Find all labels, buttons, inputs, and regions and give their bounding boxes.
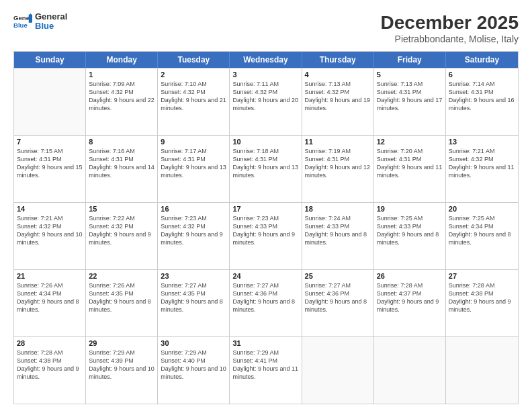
calendar-day-cell: 26Sunrise: 7:28 AMSunset: 4:37 PMDayligh… (374, 270, 446, 336)
calendar-day-cell (374, 337, 446, 404)
day-number: 13 (449, 138, 515, 146)
day-info: Sunrise: 7:28 AMSunset: 4:38 PMDaylight:… (449, 281, 515, 314)
calendar-day-cell: 21Sunrise: 7:26 AMSunset: 4:34 PMDayligh… (14, 270, 86, 336)
logo-text: General Blue (35, 12, 67, 32)
logo: General Blue General Blue (13, 12, 67, 32)
calendar-day-cell: 16Sunrise: 7:23 AMSunset: 4:32 PMDayligh… (158, 203, 230, 269)
day-number: 3 (232, 71, 298, 79)
calendar-day-cell: 19Sunrise: 7:25 AMSunset: 4:33 PMDayligh… (374, 203, 446, 269)
day-info: Sunrise: 7:26 AMSunset: 4:35 PMDaylight:… (89, 281, 154, 314)
day-number: 29 (89, 339, 154, 347)
calendar-day-cell (446, 337, 518, 404)
day-number: 25 (305, 272, 371, 280)
calendar-day-cell: 10Sunrise: 7:18 AMSunset: 4:31 PMDayligh… (230, 136, 302, 202)
calendar-day-cell: 17Sunrise: 7:23 AMSunset: 4:33 PMDayligh… (230, 203, 302, 269)
calendar-day-cell: 7Sunrise: 7:15 AMSunset: 4:31 PMDaylight… (14, 136, 86, 202)
day-info: Sunrise: 7:21 AMSunset: 4:32 PMDaylight:… (17, 214, 83, 247)
calendar-week-row: 7Sunrise: 7:15 AMSunset: 4:31 PMDaylight… (14, 135, 518, 202)
day-info: Sunrise: 7:10 AMSunset: 4:32 PMDaylight:… (161, 80, 226, 113)
logo-blue-text: Blue (35, 21, 67, 31)
calendar-day-header: Saturday (446, 52, 518, 68)
day-info: Sunrise: 7:23 AMSunset: 4:33 PMDaylight:… (232, 214, 298, 247)
calendar-day-cell: 20Sunrise: 7:25 AMSunset: 4:34 PMDayligh… (446, 203, 518, 269)
calendar-day-cell: 28Sunrise: 7:28 AMSunset: 4:38 PMDayligh… (14, 337, 86, 404)
day-number: 4 (305, 71, 371, 79)
calendar-day-cell: 6Sunrise: 7:14 AMSunset: 4:31 PMDaylight… (446, 68, 518, 135)
day-number: 28 (17, 339, 83, 347)
calendar-day-cell (302, 337, 374, 404)
calendar-day-cell: 27Sunrise: 7:28 AMSunset: 4:38 PMDayligh… (446, 270, 518, 336)
day-info: Sunrise: 7:25 AMSunset: 4:33 PMDaylight:… (377, 214, 443, 247)
day-info: Sunrise: 7:27 AMSunset: 4:35 PMDaylight:… (161, 281, 226, 314)
day-info: Sunrise: 7:28 AMSunset: 4:38 PMDaylight:… (17, 349, 83, 381)
calendar-day-cell: 15Sunrise: 7:22 AMSunset: 4:32 PMDayligh… (86, 203, 158, 269)
day-info: Sunrise: 7:27 AMSunset: 4:36 PMDaylight:… (232, 281, 298, 314)
calendar-week-row: 21Sunrise: 7:26 AMSunset: 4:34 PMDayligh… (14, 269, 518, 336)
day-number: 15 (89, 205, 154, 213)
calendar-week-row: 28Sunrise: 7:28 AMSunset: 4:38 PMDayligh… (14, 336, 518, 404)
day-info: Sunrise: 7:29 AMSunset: 4:40 PMDaylight:… (161, 349, 226, 381)
calendar-day-cell: 23Sunrise: 7:27 AMSunset: 4:35 PMDayligh… (158, 270, 230, 336)
day-info: Sunrise: 7:29 AMSunset: 4:41 PMDaylight:… (232, 349, 298, 381)
day-info: Sunrise: 7:25 AMSunset: 4:34 PMDaylight:… (449, 214, 515, 247)
day-info: Sunrise: 7:26 AMSunset: 4:34 PMDaylight:… (17, 281, 83, 314)
day-info: Sunrise: 7:28 AMSunset: 4:37 PMDaylight:… (377, 281, 443, 314)
day-number: 9 (161, 138, 226, 146)
calendar-day-cell: 14Sunrise: 7:21 AMSunset: 4:32 PMDayligh… (14, 203, 86, 269)
header: General Blue General Blue December 2025 … (13, 12, 519, 44)
calendar-day-cell: 4Sunrise: 7:13 AMSunset: 4:32 PMDaylight… (302, 68, 374, 135)
calendar-day-cell: 2Sunrise: 7:10 AMSunset: 4:32 PMDaylight… (158, 68, 230, 135)
day-number: 6 (449, 71, 515, 79)
calendar-week-row: 14Sunrise: 7:21 AMSunset: 4:32 PMDayligh… (14, 202, 518, 269)
day-info: Sunrise: 7:21 AMSunset: 4:32 PMDaylight:… (449, 147, 515, 180)
day-info: Sunrise: 7:27 AMSunset: 4:36 PMDaylight:… (305, 281, 371, 314)
calendar-day-cell: 12Sunrise: 7:20 AMSunset: 4:31 PMDayligh… (374, 136, 446, 202)
day-info: Sunrise: 7:23 AMSunset: 4:32 PMDaylight:… (161, 214, 226, 247)
day-number: 31 (232, 339, 298, 347)
day-info: Sunrise: 7:16 AMSunset: 4:31 PMDaylight:… (89, 147, 154, 180)
day-number: 21 (17, 272, 83, 280)
calendar-day-header: Monday (86, 52, 158, 68)
calendar-day-cell: 18Sunrise: 7:24 AMSunset: 4:33 PMDayligh… (302, 203, 374, 269)
day-number: 14 (17, 205, 83, 213)
day-info: Sunrise: 7:14 AMSunset: 4:31 PMDaylight:… (449, 80, 515, 113)
calendar-day-header: Thursday (302, 52, 374, 68)
calendar-day-header: Wednesday (230, 52, 302, 68)
title-block: December 2025 Pietrabbondante, Molise, I… (381, 12, 519, 44)
calendar-day-cell: 31Sunrise: 7:29 AMSunset: 4:41 PMDayligh… (230, 337, 302, 404)
day-number: 12 (377, 138, 443, 146)
day-info: Sunrise: 7:18 AMSunset: 4:31 PMDaylight:… (232, 147, 298, 180)
calendar-day-cell: 29Sunrise: 7:29 AMSunset: 4:39 PMDayligh… (86, 337, 158, 404)
calendar-day-header: Friday (374, 52, 446, 68)
calendar-day-cell: 1Sunrise: 7:09 AMSunset: 4:32 PMDaylight… (86, 68, 158, 135)
day-info: Sunrise: 7:13 AMSunset: 4:32 PMDaylight:… (305, 80, 371, 113)
day-number: 10 (232, 138, 298, 146)
calendar-day-cell: 9Sunrise: 7:17 AMSunset: 4:31 PMDaylight… (158, 136, 230, 202)
calendar-day-header: Tuesday (158, 52, 230, 68)
day-number: 24 (232, 272, 298, 280)
calendar-title: December 2025 (381, 12, 519, 34)
day-number: 11 (305, 138, 371, 146)
calendar-day-header: Sunday (14, 52, 86, 68)
day-number: 8 (89, 138, 154, 146)
calendar-body: 1Sunrise: 7:09 AMSunset: 4:32 PMDaylight… (14, 68, 518, 404)
day-info: Sunrise: 7:17 AMSunset: 4:31 PMDaylight:… (161, 147, 226, 180)
day-info: Sunrise: 7:29 AMSunset: 4:39 PMDaylight:… (89, 349, 154, 381)
calendar-day-cell: 5Sunrise: 7:13 AMSunset: 4:31 PMDaylight… (374, 68, 446, 135)
day-number: 17 (232, 205, 298, 213)
calendar-day-cell: 22Sunrise: 7:26 AMSunset: 4:35 PMDayligh… (86, 270, 158, 336)
day-number: 23 (161, 272, 226, 280)
day-info: Sunrise: 7:13 AMSunset: 4:31 PMDaylight:… (377, 80, 443, 113)
calendar-day-cell: 24Sunrise: 7:27 AMSunset: 4:36 PMDayligh… (230, 270, 302, 336)
day-number: 18 (305, 205, 371, 213)
day-number: 19 (377, 205, 443, 213)
day-number: 26 (377, 272, 443, 280)
day-number: 2 (161, 71, 226, 79)
calendar-week-row: 1Sunrise: 7:09 AMSunset: 4:32 PMDaylight… (14, 68, 518, 135)
day-info: Sunrise: 7:22 AMSunset: 4:32 PMDaylight:… (89, 214, 154, 247)
calendar-day-cell: 8Sunrise: 7:16 AMSunset: 4:31 PMDaylight… (86, 136, 158, 202)
day-info: Sunrise: 7:24 AMSunset: 4:33 PMDaylight:… (305, 214, 371, 247)
day-number: 22 (89, 272, 154, 280)
day-number: 1 (89, 71, 154, 79)
logo-icon: General Blue (13, 12, 32, 31)
